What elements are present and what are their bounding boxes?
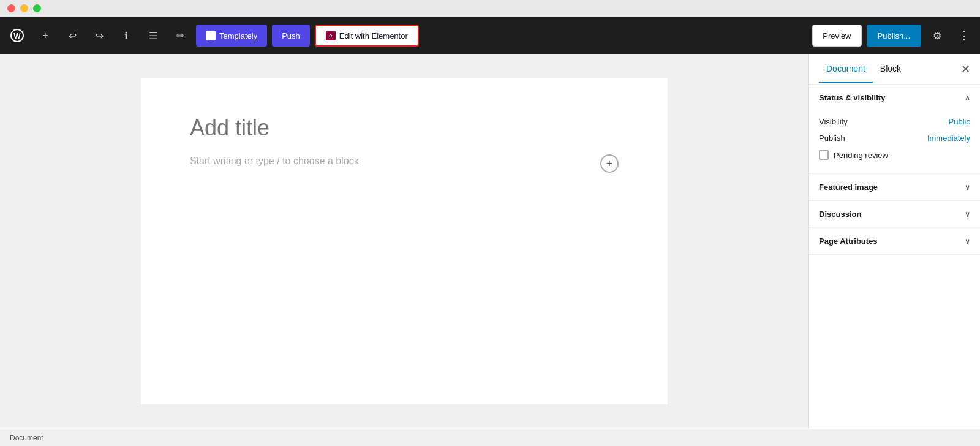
visibility-row: Visibility Public: [819, 113, 970, 130]
mac-minimize-button[interactable]: [20, 4, 28, 12]
info-button[interactable]: ℹ: [115, 25, 137, 47]
page-attributes-header[interactable]: Page Attributes ∨: [809, 228, 980, 254]
info-icon: ℹ: [124, 30, 128, 42]
sidebar-close-button[interactable]: ✕: [961, 62, 970, 76]
page-attributes-section: Page Attributes ∨: [809, 228, 980, 255]
status-bar: Document: [0, 429, 980, 446]
status-bar-text: Document: [10, 434, 43, 442]
pending-review-checkbox[interactable]: [819, 150, 829, 160]
discussion-section: Discussion ∨: [809, 201, 980, 228]
templately-button[interactable]: ⬡ Templately: [196, 25, 267, 47]
page-attributes-title: Page Attributes: [819, 236, 878, 246]
editor[interactable]: Start writing or type / to choose a bloc…: [0, 54, 809, 429]
post-title-input[interactable]: [190, 115, 619, 141]
elementor-icon: e: [326, 31, 336, 40]
discussion-title: Discussion: [819, 210, 861, 219]
list-icon: ☰: [149, 30, 157, 42]
list-view-button[interactable]: ☰: [142, 25, 164, 47]
mac-chrome: [0, 0, 980, 17]
add-block-button[interactable]: +: [600, 154, 619, 173]
visibility-value[interactable]: Public: [949, 117, 970, 126]
mac-close-button[interactable]: [7, 4, 15, 12]
redo-icon: ↪: [96, 30, 104, 42]
elementor-label: Edit with Elementor: [339, 31, 408, 40]
push-label: Push: [282, 31, 300, 40]
sidebar: Document Block ✕ Status & visibility ∧ V…: [809, 54, 980, 429]
undo-button[interactable]: ↩: [61, 25, 83, 47]
toolbar-right: Preview Publish... ⚙ ⋮: [812, 25, 975, 47]
close-icon: ✕: [961, 63, 970, 75]
editor-content: Start writing or type / to choose a bloc…: [190, 156, 619, 173]
editor-canvas: Start writing or type / to choose a bloc…: [141, 78, 668, 404]
pending-review-label: Pending review: [834, 151, 888, 160]
templately-label: Templately: [219, 31, 257, 40]
toolbar: W + ↩ ↪ ℹ ☰ ✏ ⬡ Templately Push: [0, 17, 980, 54]
tab-document[interactable]: Document: [819, 55, 873, 83]
publish-label: Publish...: [878, 31, 910, 40]
featured-image-header[interactable]: Featured image ∨: [809, 174, 980, 200]
status-visibility-content: Visibility Public Publish Immediately Pe…: [809, 111, 980, 173]
mac-maximize-button[interactable]: [33, 4, 41, 12]
wordpress-logo[interactable]: W: [5, 23, 29, 48]
app: W + ↩ ↪ ℹ ☰ ✏ ⬡ Templately Push: [0, 17, 980, 446]
status-visibility-chevron: ∧: [965, 94, 970, 102]
preview-button[interactable]: Preview: [812, 25, 861, 47]
templately-icon: ⬡: [206, 31, 216, 40]
publish-button[interactable]: Publish...: [867, 25, 921, 47]
publish-value[interactable]: Immediately: [927, 134, 970, 143]
featured-image-title: Featured image: [819, 183, 878, 192]
discussion-chevron: ∨: [965, 210, 970, 219]
featured-image-chevron: ∨: [965, 183, 970, 192]
status-visibility-section: Status & visibility ∧ Visibility Public …: [809, 85, 980, 174]
preview-label: Preview: [823, 31, 851, 40]
settings-button[interactable]: ⚙: [926, 25, 948, 47]
content-area: Start writing or type / to choose a bloc…: [0, 54, 980, 429]
tab-block[interactable]: Block: [873, 55, 908, 83]
undo-icon: ↩: [69, 30, 77, 42]
publish-row: Publish Immediately: [819, 130, 970, 146]
editor-placeholder-text: Start writing or type / to choose a bloc…: [190, 156, 590, 167]
status-visibility-header[interactable]: Status & visibility ∧: [809, 85, 980, 111]
sidebar-header: Document Block ✕: [809, 54, 980, 85]
plus-icon: +: [42, 30, 48, 41]
visibility-label: Visibility: [819, 117, 848, 126]
page-attributes-chevron: ∨: [965, 237, 970, 246]
publish-label-text: Publish: [819, 134, 845, 143]
status-visibility-title: Status & visibility: [819, 93, 885, 102]
discussion-header[interactable]: Discussion ∨: [809, 201, 980, 227]
ellipsis-icon: ⋮: [959, 29, 970, 42]
redo-button[interactable]: ↪: [88, 25, 110, 47]
edit-with-elementor-button[interactable]: e Edit with Elementor: [315, 25, 419, 47]
pencil-icon: ✏: [176, 30, 184, 42]
add-block-icon: +: [606, 157, 613, 170]
svg-text:W: W: [13, 32, 21, 40]
pending-review-row: Pending review: [819, 146, 970, 164]
edit-button[interactable]: ✏: [169, 25, 191, 47]
more-options-button[interactable]: ⋮: [953, 25, 975, 47]
featured-image-section: Featured image ∨: [809, 174, 980, 201]
add-block-toolbar-button[interactable]: +: [34, 25, 56, 47]
gear-icon: ⚙: [933, 30, 941, 42]
push-button[interactable]: Push: [272, 25, 310, 47]
